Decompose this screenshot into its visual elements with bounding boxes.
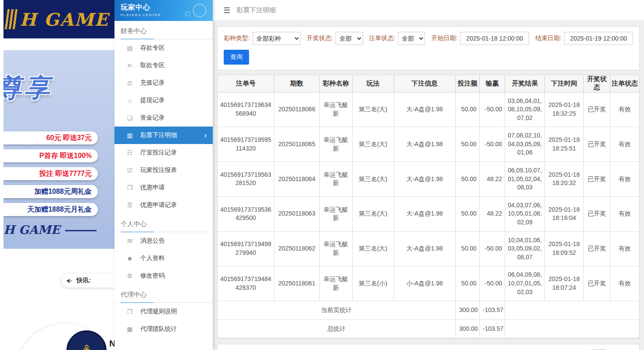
sidebar-item-label: 代理规则说明 bbox=[140, 308, 177, 316]
col-header-draw-result: 开奖结果 bbox=[505, 75, 545, 92]
sidebar-item-promo-apply-records[interactable]: ☰优惠申请记录 bbox=[114, 196, 213, 214]
cell-bet-no: 401569173719563281520 bbox=[218, 162, 274, 197]
sidebar-item-label: 彩票下注明细 bbox=[140, 131, 177, 139]
cell-order-status: 有效 bbox=[610, 266, 639, 301]
col-header-play-type: 玩法 bbox=[352, 75, 394, 92]
content: 彩种类型: 全部彩种 开奖状态: 全部 注单状态: 全部 开始日期: 结束日期: bbox=[213, 21, 644, 350]
sidebar-item-lottery-bet-details[interactable]: ▥彩票下注明细› bbox=[114, 127, 213, 144]
sidebar-item-promo-apply[interactable]: ❒优惠申请 bbox=[114, 179, 213, 196]
sidebar-item-messages[interactable]: ✉消息公告 bbox=[114, 232, 213, 250]
hall-bet-records-icon: ☷ bbox=[125, 149, 135, 156]
cell-play-type: 第三名(大) bbox=[352, 162, 394, 197]
cell-order-status: 有效 bbox=[610, 127, 639, 162]
cell-win-loss: -50.00 bbox=[479, 231, 505, 266]
cell-bet-info: 大-A盘@1.98 bbox=[394, 127, 455, 162]
cell-draw-result: 03,06,04,01,08,10,05,09,07,02 bbox=[505, 92, 545, 127]
sidebar-item-recharge-records[interactable]: ⚖充值记录 bbox=[114, 74, 213, 92]
draw-status-select[interactable]: 全部 bbox=[336, 32, 363, 45]
recharge-records-icon: ⚖ bbox=[125, 79, 135, 86]
cell-lottery-name: 幸运飞艇新 bbox=[319, 231, 352, 266]
sidebar-item-change-password[interactable]: ⚙修改密码 bbox=[114, 267, 213, 285]
cell-issue-number: 20250118062 bbox=[274, 231, 319, 266]
sidebar-item-label: 提现记录 bbox=[140, 96, 165, 104]
cell-lottery-name: 幸运飞艇新 bbox=[319, 92, 352, 127]
ticker-label: 快讯: bbox=[76, 277, 91, 285]
start-date-input[interactable] bbox=[460, 32, 529, 45]
promo-pill: 天加赠1888元月礼金 bbox=[3, 203, 98, 216]
promo-pill-list: 60元 即送37元P首存 即送100%投注 即送7777元加赠1088元周礼金天… bbox=[3, 131, 98, 216]
promo-apply-records-icon: ☰ bbox=[125, 202, 135, 209]
cell-bet-time: 2025-01-18 18:09:52 bbox=[545, 231, 584, 266]
sidebar-item-label: 代理团队统计 bbox=[140, 325, 177, 333]
brand-name: H GAME bbox=[20, 9, 109, 30]
cell-lottery-name: 幸运飞艇新 bbox=[319, 266, 352, 301]
promo-banner: 尊享 60元 即送37元P首存 即送100%投注 即送7777元加赠1088元周… bbox=[3, 50, 114, 249]
sidebar-section-label: 代理中心 bbox=[114, 289, 213, 303]
end-date-input[interactable] bbox=[564, 32, 633, 45]
sidebar-item-deposit[interactable]: ▤存款专区 bbox=[114, 39, 213, 57]
query-button[interactable]: 查询 bbox=[224, 50, 249, 65]
page-summary-label: 当前页统计 bbox=[218, 301, 456, 320]
cell-issue-number: 20250118064 bbox=[274, 162, 319, 197]
cell-win-loss: -50.00 bbox=[479, 127, 505, 162]
anchor-emblem-icon: ⚓ bbox=[80, 342, 93, 350]
promo-pill: 投注 即送7777元 bbox=[3, 167, 98, 180]
cell-play-type: 第三名(大) bbox=[352, 92, 394, 127]
menu-toggle-icon[interactable]: ☰ bbox=[223, 6, 230, 15]
app-root: H GAME 尊享 60元 即送37元P首存 即送100%投注 即送7777元加… bbox=[0, 0, 644, 350]
cell-draw-status: 已开奖 bbox=[584, 196, 610, 231]
table-row: 40156917371953642950020250118063幸运飞艇新第三名… bbox=[218, 196, 639, 231]
cell-draw-result: 06,09,10,07,01,05,02,04,08,03 bbox=[505, 162, 545, 197]
sidebar-item-hall-bet-records[interactable]: ☷厅室投注记录 bbox=[114, 144, 213, 161]
table-row: 40156917371963456894020250118066幸运飞艇新第三名… bbox=[218, 92, 639, 127]
sidebar-item-label: 消息公告 bbox=[140, 237, 165, 245]
cell-draw-result: 04,03,07,06,10,05,01,08,02,09 bbox=[505, 196, 545, 231]
cell-bet-no: 401569173719634568940 bbox=[218, 92, 274, 127]
cell-bet-time: 2025-01-18 18:32:25 bbox=[545, 92, 584, 127]
sidebar-item-label: 充值记录 bbox=[140, 79, 165, 87]
cell-draw-status: 已开奖 bbox=[584, 231, 610, 266]
col-header-bet-amount: 投注额 bbox=[456, 75, 480, 92]
cell-issue-number: 20250118061 bbox=[274, 266, 319, 301]
header-decoration-circle bbox=[193, 3, 207, 17]
cell-issue-number: 20250118063 bbox=[274, 196, 319, 231]
player-center-header: 玩家中心 PLAYERS CENTER bbox=[114, 0, 213, 21]
sidebar-item-funds-records[interactable]: ❏资金记录 bbox=[114, 109, 213, 127]
sidebar-item-agent-rules[interactable]: ❐代理规则说明 bbox=[114, 303, 213, 320]
cell-bet-no: 401569173719499279940 bbox=[218, 231, 274, 266]
order-status-select[interactable]: 全部 bbox=[398, 32, 426, 45]
col-header-draw-status: 开奖状态 bbox=[584, 75, 610, 92]
page-summary-bet-total: 300.00 bbox=[456, 301, 480, 320]
document-icon: ❐ bbox=[125, 308, 135, 315]
grand-summary-empty bbox=[505, 319, 639, 338]
sidebar-item-withdraw[interactable]: ✍取款专区 bbox=[114, 57, 213, 74]
bet-table-summary: 当前页统计 300.00 -103.57 总统计 300.00 -103.57 bbox=[218, 301, 639, 338]
sidebar-item-label: 厅室投注记录 bbox=[140, 149, 177, 157]
banner-headline: 尊享 bbox=[3, 71, 52, 105]
page-title: 彩票下注明细 bbox=[236, 6, 276, 14]
news-ticker: 快讯: bbox=[61, 274, 114, 288]
sidebar-item-player-bet-report[interactable]: ☑玩家投注报表 bbox=[114, 161, 213, 179]
cell-draw-result: 07,08,02,10,04,03,05,09,01,06 bbox=[505, 127, 545, 162]
promo-pill: 60元 即送37元 bbox=[3, 131, 98, 144]
sidebar-item-withdrawal-records[interactable]: ⌂提现记录 bbox=[114, 92, 213, 109]
bell-icon: ✉ bbox=[125, 237, 135, 244]
lottery-type-select[interactable]: 全部彩种 bbox=[253, 32, 301, 45]
cell-draw-status: 已开奖 bbox=[584, 266, 610, 301]
cell-bet-no: 401569173719595114320 bbox=[218, 127, 274, 162]
sidebar-item-label: 优惠申请记录 bbox=[140, 201, 177, 209]
cell-bet-time: 2025-01-18 18:16:04 bbox=[545, 196, 584, 231]
col-header-lottery-name: 彩种名称 bbox=[319, 75, 352, 92]
withdrawal-records-icon: ⌂ bbox=[125, 97, 135, 104]
sidebar-section-label: 个人中心 bbox=[114, 218, 213, 232]
topbar: ☰ 彩票下注明细 bbox=[213, 0, 644, 21]
lottery-bet-details-icon: ▥ bbox=[125, 132, 135, 139]
table-header-row: 注单号 期数 彩种名称 玩法 下注信息 投注额 输赢 开奖结果 下注时间 开奖状… bbox=[218, 75, 639, 92]
sidebar-body: 财务中心▤存款专区✍取款专区⚖充值记录⌂提现记录❏资金记录▥彩票下注明细›☷厅室… bbox=[114, 21, 213, 350]
cell-bet-info: 大-A盘@1.98 bbox=[394, 92, 455, 127]
cell-bet-time: 2025-01-18 18:25:51 bbox=[545, 127, 584, 162]
lottery-type-label: 彩种类型: bbox=[224, 34, 250, 42]
sidebar-item-agent-team-stats[interactable]: ▦代理团队统计 bbox=[114, 320, 213, 338]
cell-bet-no: 401569173719536429500 bbox=[218, 196, 274, 231]
sidebar-item-profile[interactable]: ☻个人资料 bbox=[114, 250, 213, 267]
